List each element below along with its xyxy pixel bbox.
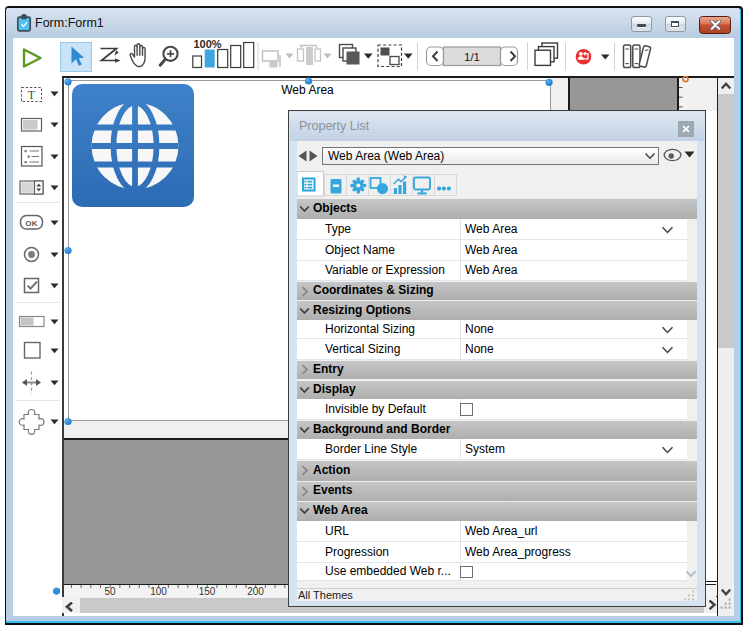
svg-text:1/1: 1/1 (464, 50, 480, 62)
svg-text:T: T (27, 88, 35, 102)
svg-text:OK: OK (25, 218, 38, 227)
